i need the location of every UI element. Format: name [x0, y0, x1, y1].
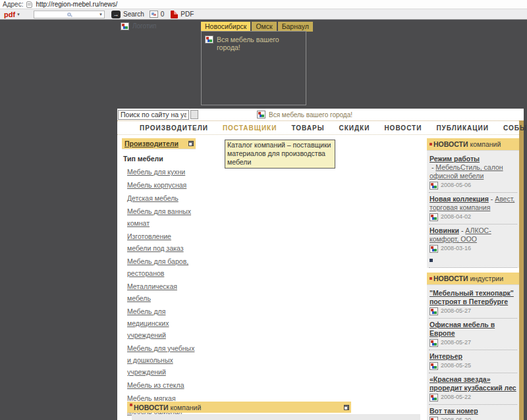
news-item: Режим работы - МебельСтиль, салон офисно… — [429, 153, 517, 193]
bottom-news-panel-body — [132, 414, 420, 420]
tab-novosibirsk[interactable]: Новосибирск — [201, 22, 250, 32]
site-search-button[interactable] — [190, 110, 198, 119]
news-title-link[interactable]: Вот так номер — [430, 407, 478, 415]
suppliers-tooltip: Каталог компаний – поставщики материалов… — [225, 140, 335, 169]
left-sidebar: Производители Тип мебели Мебель для кухн… — [122, 138, 196, 420]
sidebar-link-bathroom[interactable]: Мебель для ванных комнат — [127, 207, 191, 227]
broken-image-icon — [430, 213, 438, 221]
manufacturers-panel-title[interactable]: Производители — [125, 140, 179, 147]
list-item: Изготовление мебели под заказ — [127, 230, 196, 253]
snapshot-icon[interactable] — [150, 11, 158, 18]
broken-image-icon — [205, 36, 213, 43]
industry-news-title: НОВОСТИ индустрии — [433, 275, 503, 282]
broken-bullet-icon — [430, 277, 432, 280]
furniture-type-list: Мебель для кухни Мебель корпусная Детска… — [122, 165, 196, 420]
news-date: 2008-05-20 — [441, 417, 471, 420]
search-go-button[interactable]: → — [111, 11, 121, 18]
snapshot-count: 0 — [161, 11, 165, 18]
pdf-toolbar: pdf▼ ▼ → Search 0 PDF — [0, 9, 527, 20]
site-tagline: Вся мебель вашего города! — [257, 111, 352, 118]
news-item: Офисная мебель в Европе 2008-05-27 — [429, 319, 517, 350]
pdf-menu-button[interactable]: pdf▼ — [4, 11, 20, 18]
broken-image-icon — [430, 245, 438, 253]
nav-events[interactable]: СОБЫТИЯ — [503, 124, 527, 132]
chevron-down-icon[interactable]: ▼ — [99, 13, 103, 16]
main-nav: ПРОИЗВОДИТЕЛИ ПОСТАВЩИКИ ТОВАРЫ СКИДКИ Н… — [117, 120, 519, 135]
list-item: Мебель из стекла — [127, 379, 196, 390]
tab-omsk[interactable]: Омск — [252, 22, 276, 32]
manufacturers-panel-header: Производители — [122, 138, 196, 149]
pdf-file-icon[interactable] — [171, 11, 178, 18]
sidebar-link-schools[interactable]: Мебель для учебных и дошкольных учрежден… — [127, 344, 194, 376]
list-item: Мебель для учебных и дошкольных учрежден… — [127, 342, 196, 377]
site-header: Логотип Новосибирск Омск Барнаул Вся меб… — [117, 20, 524, 109]
list-item: Детская мебель — [127, 192, 196, 203]
list-item: Металлическая мебель — [127, 280, 196, 303]
site-logo[interactable]: Логотип — [121, 22, 156, 30]
list-item: Мебель для ванных комнат — [127, 205, 196, 228]
news-title-link[interactable]: «Красная звезда» проредит кузбасский лес — [430, 375, 516, 392]
tab-barnaul[interactable]: Барнаул — [278, 22, 313, 32]
sidebar-link-medical[interactable]: Мебель для медицинских учреждений — [127, 307, 169, 339]
city-tabs: Новосибирск Омск Барнаул — [201, 22, 313, 32]
browser-chrome: Адрес: http://region-mebel.ru/news/ pdf▼… — [0, 0, 527, 20]
news-date: 2008-05-06 — [441, 182, 471, 188]
nav-manufacturers[interactable]: ПРОИЗВОДИТЕЛИ — [140, 124, 208, 132]
panel-corner-icon[interactable] — [344, 405, 349, 410]
broken-image-icon — [430, 307, 438, 315]
broken-bullet-icon — [130, 404, 132, 406]
news-date: 2008-05-27 — [441, 339, 471, 346]
page-icon — [26, 1, 32, 8]
nav-goods[interactable]: ТОВАРЫ — [291, 124, 324, 132]
broken-image-icon — [121, 22, 129, 30]
news-item: Новая коллекция - Авест, торговая компан… — [429, 193, 517, 224]
list-item: Мебель для кухни — [127, 165, 196, 177]
broken-image-icon — [430, 417, 438, 420]
sidebar-link-children[interactable]: Детская мебель — [127, 194, 179, 202]
sidebar-link-kitchen[interactable]: Мебель для кухни — [127, 168, 185, 176]
banner-text: Вся мебель вашего города! — [217, 36, 302, 51]
site-container: Логотип Новосибирск Омск Барнаул Вся меб… — [117, 20, 524, 420]
company-news-title: НОВОСТИ компаний — [433, 140, 501, 148]
content-area: Производители Тип мебели Мебель для кухн… — [117, 135, 519, 420]
toolbar-search-combobox[interactable]: ▼ — [34, 11, 105, 18]
sidebar-link-cabinet[interactable]: Мебель корпусная — [127, 181, 186, 189]
broken-image-icon — [430, 182, 438, 190]
tagline-text: Вся мебель вашего города! — [269, 111, 352, 118]
news-title-link[interactable]: "Мебельный технопарк" построят в Петербу… — [430, 289, 514, 305]
header-banner: Вся мебель вашего города! — [201, 31, 306, 105]
logo-alt-text: Логотип — [132, 22, 156, 30]
sidebar-link-custom[interactable]: Изготовление мебели под заказ — [127, 232, 184, 252]
bottom-news-title: НОВОСТИ компаний — [130, 404, 201, 411]
sidebar-link-glass[interactable]: Мебель из стекла — [127, 381, 184, 389]
broken-image-icon — [257, 111, 265, 118]
news-company-link[interactable]: МебельСтиль, салон офисной мебели — [430, 163, 503, 180]
nav-discounts[interactable]: СКИДКИ — [339, 124, 370, 132]
pdf-menu-label: pdf — [4, 11, 15, 18]
site-search-input[interactable] — [118, 110, 189, 120]
list-item: Мебель для баров, ресторанов — [127, 255, 196, 278]
site-body: ПРОИЗВОДИТЕЛИ ПОСТАВЩИКИ ТОВАРЫ СКИДКИ Н… — [117, 120, 524, 420]
panel-corner-icon[interactable] — [188, 141, 194, 146]
nav-news[interactable]: НОВОСТИ — [384, 124, 422, 132]
broken-image-icon — [430, 394, 438, 402]
news-item: Вот так номер 2008-05-20 — [429, 405, 517, 420]
pdf-convert-button[interactable]: PDF — [180, 11, 194, 18]
sidebar-link-metal[interactable]: Металлическая мебель — [127, 282, 177, 302]
company-news-list: Режим работы - МебельСтиль, салон офисно… — [427, 151, 519, 268]
bottom-news-panel-header: НОВОСТИ компаний — [127, 402, 351, 413]
address-url[interactable]: http://region-mebel.ru/news/ — [36, 1, 117, 8]
nav-suppliers[interactable]: ПОСТАВЩИКИ — [223, 124, 277, 132]
chevron-down-icon: ▼ — [16, 13, 20, 16]
news-title-link[interactable]: Новая коллекция — [430, 195, 489, 203]
news-title-link[interactable]: Интерьер — [430, 352, 462, 360]
search-button[interactable]: Search — [123, 11, 144, 18]
site-search-row: Вся мебель вашего города! — [117, 109, 524, 120]
furniture-type-heading: Тип мебели — [123, 155, 196, 163]
news-title-link[interactable]: Режим работы — [430, 155, 480, 163]
news-item: "Мебельный технопарк" построят в Петербу… — [429, 287, 517, 319]
news-title-link[interactable]: Офисная мебель в Европе — [430, 321, 495, 337]
nav-publications[interactable]: ПУБЛИКАЦИИ — [436, 124, 489, 132]
news-title-link[interactable]: Новинки — [430, 226, 459, 234]
sidebar-link-bars[interactable]: Мебель для баров, ресторанов — [127, 257, 188, 277]
